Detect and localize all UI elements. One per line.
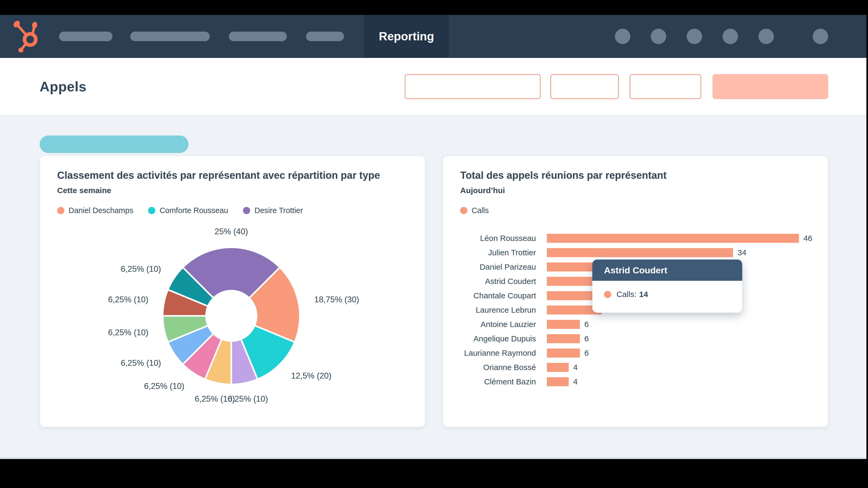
bar-row: Laurianne Raymond6 — [460, 346, 817, 360]
donut-slice-label: 6,25% (10) — [121, 358, 161, 368]
nav-icon-placeholder-3[interactable] — [687, 29, 702, 44]
bar-category-label: Clément Bazin — [460, 377, 536, 386]
bar-segment[interactable] — [547, 334, 580, 343]
bar-category-label: Orianne Bossé — [460, 363, 536, 372]
header-action-button-3[interactable] — [629, 74, 701, 99]
bar-row: Julien Trottier34 — [460, 246, 817, 260]
header-action-button-1[interactable] — [405, 74, 541, 99]
bar-segment[interactable] — [547, 320, 580, 329]
bar-category-label: Chantale Coupart — [460, 291, 536, 300]
bar-category-label: Laurianne Raymond — [460, 349, 536, 358]
top-nav: Reporting — [0, 15, 866, 58]
nav-menu-placeholder-3[interactable] — [229, 32, 287, 41]
bar-segment[interactable] — [547, 248, 733, 257]
bar-value-label: 6 — [584, 334, 589, 343]
chart-tooltip: Astrid Coudert Calls: 14 — [592, 260, 742, 313]
nav-menu-placeholder-2[interactable] — [130, 32, 210, 41]
nav-icon-placeholder-2[interactable] — [651, 29, 666, 44]
nav-menu-placeholder-1[interactable] — [59, 32, 113, 41]
page-header: Appels — [0, 58, 866, 116]
bar-category-label: Laurence Lebrun — [460, 305, 536, 315]
bar-report-card: Total des appels réunions par représenta… — [443, 155, 828, 427]
bar-value-label: 6 — [584, 349, 589, 358]
donut-report-card: Classement des activités par représentan… — [40, 155, 425, 427]
donut-slice-label: 6,25% (10) — [108, 295, 148, 304]
bar-category-label: Angelique Dupuis — [460, 334, 536, 343]
tooltip-series-label: Calls: — [617, 290, 637, 299]
bar-row: Clément Bazin4 — [460, 375, 817, 389]
bar-category-label: Julien Trottier — [460, 248, 536, 257]
bar-value-label: 4 — [573, 377, 578, 386]
nav-icon-placeholder-4[interactable] — [722, 29, 738, 44]
bar-value-label: 6 — [584, 320, 589, 329]
donut-chart: 25% (40)18,75% (30)12,5% (20)6,25% (10)6… — [40, 156, 426, 428]
donut-slice-label: 6,25% (10) — [108, 328, 148, 337]
nav-icon-placeholder-5[interactable] — [758, 29, 774, 44]
bar-segment[interactable] — [547, 349, 580, 358]
bar-category-label: Léon Rousseau — [460, 234, 536, 243]
nav-right-icons — [615, 29, 828, 44]
page-title: Appels — [40, 78, 86, 95]
donut-slice-label: 25% (40) — [215, 227, 248, 236]
bar-row: Angelique Dupuis6 — [460, 331, 817, 346]
tab-reporting[interactable]: Reporting — [364, 15, 449, 58]
bar-segment[interactable] — [547, 234, 799, 243]
bar-category-label: Astrid Coudert — [460, 277, 536, 286]
bar-row: Léon Rousseau46 — [460, 231, 817, 246]
bar-card-subtitle: Aujourd’hui — [460, 186, 811, 195]
bar-row: Antoine Lauzier6 — [460, 317, 817, 331]
bar-legend: Calls — [460, 206, 811, 215]
bar-segment[interactable] — [547, 377, 569, 386]
bar-row: Orianne Bossé4 — [460, 360, 817, 375]
legend-item[interactable]: Calls — [460, 206, 489, 215]
app-screen: Reporting Appels Classement des activité… — [0, 15, 866, 459]
bar-category-label: Antoine Lauzier — [460, 320, 536, 329]
donut-slice-label: 12,5% (20) — [291, 371, 332, 381]
bar-segment[interactable] — [547, 363, 569, 372]
donut-slice-label: 6,25% (10) — [144, 382, 185, 391]
header-actions — [405, 74, 828, 99]
user-avatar[interactable] — [813, 29, 828, 44]
donut-slice-label: 18,75% (30) — [314, 295, 359, 304]
bar-value-label: 4 — [573, 363, 578, 372]
bar-category-label: Daniel Parizeau — [460, 262, 536, 271]
bar-value-label: 34 — [738, 248, 746, 257]
series-dot-icon — [604, 291, 611, 298]
nav-icon-placeholder-1[interactable] — [615, 29, 630, 44]
bar-value-label: 46 — [803, 234, 812, 243]
hubspot-logo-icon[interactable] — [13, 21, 43, 52]
tooltip-title: Astrid Coudert — [592, 260, 742, 281]
tooltip-body: Calls: 14 — [592, 281, 742, 299]
legend-dot-icon — [460, 207, 467, 214]
donut-slice-label: 6,25% (10) — [195, 394, 235, 403]
nav-menu-placeholder-4[interactable] — [306, 32, 344, 41]
legend-label: Calls — [472, 206, 489, 215]
tooltip-value: 14 — [639, 290, 648, 299]
dashboard-name-placeholder — [40, 135, 188, 153]
letterboxed-page: { "nav": { "active_tab": "Reporting", "p… — [0, 0, 868, 488]
bar-card-title: Total des appels réunions par représenta… — [460, 170, 811, 181]
donut-slice-label: 6,25% (10) — [121, 264, 161, 273]
header-primary-button[interactable] — [712, 74, 828, 99]
header-action-button-2[interactable] — [550, 74, 619, 99]
